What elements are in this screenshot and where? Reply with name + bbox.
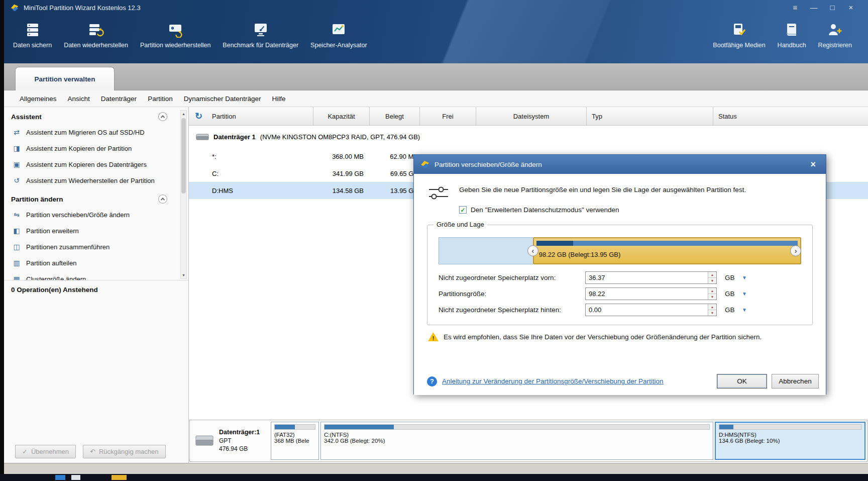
privacy-mode-checkbox[interactable]: ✓ <box>459 206 467 214</box>
column-belegt[interactable]: Belegt <box>370 107 420 125</box>
maximize-button[interactable]: □ <box>826 1 838 14</box>
toolbar-right-group: Bootfähige Medien Handbuch Registrieren <box>707 15 865 63</box>
scroll-down-icon[interactable]: ▼ <box>182 272 185 278</box>
cancel-button[interactable]: Abbrechen <box>772 374 819 389</box>
toolbar-manual-button[interactable]: Handbuch <box>772 15 812 63</box>
privacy-mode-label: Den "Erweiterten Datenschutzmodus" verwe… <box>471 206 619 214</box>
toolbar-space-analyzer-button[interactable]: Speicher-Analysator <box>304 15 373 63</box>
collapse-section-icon[interactable] <box>158 112 167 121</box>
hamburger-menu-icon[interactable]: ≡ <box>789 1 801 14</box>
space-before-input[interactable] <box>586 274 706 281</box>
help-icon[interactable]: ? <box>427 376 437 387</box>
partition-used: 62.90 MB <box>370 153 420 160</box>
sidebar-item-label: Assistent zum Kopieren der Partition <box>26 145 132 152</box>
menu-hilfe[interactable]: Hilfe <box>266 92 291 105</box>
toolbar-restore-partition-button[interactable]: Partition wiederherstellen <box>134 15 216 63</box>
toolbar-backup-data-button[interactable]: Daten sichern <box>7 15 58 63</box>
partition-size-input[interactable] <box>586 290 706 298</box>
menu-dynamischer-datentraeger[interactable]: Dynamischer Datenträger <box>178 92 267 105</box>
disk-map: Datenträger:1 GPT 476.94 GB (FAT32) 368 … <box>189 420 867 462</box>
sidebar-item-restore-partition[interactable]: ↺ Assistent zum Wiederherstellen der Par… <box>4 172 188 188</box>
dialog-close-icon[interactable]: × <box>806 159 820 170</box>
sidebar-item-cluster-size[interactable]: ▦ Clustergröße ändern <box>4 271 188 280</box>
sidebar-item-label: Assistent zum Wiederherstellen der Parti… <box>26 177 155 184</box>
column-typ[interactable]: Typ <box>587 107 713 125</box>
unallocated-before-block[interactable] <box>439 237 533 264</box>
sidebar-item-migrate-os[interactable]: ⇄ Assistent zum Migrieren OS auf SSD/HD <box>4 124 188 140</box>
ok-button[interactable]: OK <box>717 374 767 389</box>
sidebar-item-move-resize[interactable]: ⇋ Partition verschieben/Größe ändern <box>4 207 188 223</box>
sidebar-item-copy-partition[interactable]: ◨ Assistent zum Kopieren der Partition <box>4 140 188 156</box>
spin-down-icon[interactable]: ▼ <box>708 277 716 283</box>
merge-partitions-icon: ◫ <box>12 243 21 251</box>
taskbar-app-icon <box>112 475 127 480</box>
taskbar-app-icon <box>55 475 65 480</box>
spin-up-icon[interactable]: ▲ <box>708 304 716 310</box>
toolbar-label: Daten sichern <box>13 42 52 49</box>
diskmap-partition-c[interactable]: C:(NTFS) 342.0 GB (Belegt: 20%) <box>320 422 713 460</box>
column-frei[interactable]: Frei <box>420 107 476 125</box>
menu-datentraeger[interactable]: Datenträger <box>95 92 142 105</box>
unit-dropdown-icon[interactable]: ▼ <box>742 291 747 297</box>
partition-used: 69.65 GB <box>370 170 420 177</box>
menu-allgemeines[interactable]: Allgemeines <box>14 92 62 105</box>
menu-partition[interactable]: Partition <box>142 92 178 105</box>
diskmap-partition-fat32[interactable]: (FAT32) 368 MB (Bele <box>271 422 319 460</box>
undo-button[interactable]: ↶ Rückgängig machen <box>83 445 165 458</box>
spin-down-icon[interactable]: ▼ <box>708 310 716 316</box>
help-link[interactable]: Anleitung zur Veränderung der Partitions… <box>442 377 664 385</box>
tab-partition-verwalten[interactable]: Partition verwalten <box>15 67 115 90</box>
sidebar-item-split[interactable]: ▥ Partition aufteilen <box>4 255 188 271</box>
disk-group-row[interactable]: Datenträger 1 (NVMe KINGSTON OM8PCP3 RAI… <box>189 126 868 148</box>
sidebar-item-extend[interactable]: ◧ Partition erweitern <box>4 223 188 239</box>
sidebar-action-list: Assistent ⇄ Assistent zum Migrieren OS a… <box>4 107 188 280</box>
toolbar-label: Speicher-Analysator <box>310 42 367 49</box>
column-kapazitaet[interactable]: Kapazität <box>313 107 370 125</box>
move-resize-dialog: Partition verschieben/Größe ändern × Geb… <box>413 154 826 395</box>
apply-button[interactable]: ✓ Übernehmen <box>15 445 76 458</box>
close-button[interactable]: × <box>845 1 857 14</box>
menu-ansicht[interactable]: Ansicht <box>62 92 95 105</box>
column-dateisystem[interactable]: Dateisystem <box>476 107 587 125</box>
disk-drive-icon <box>195 434 214 448</box>
warning-text: Es wird empfohlen, dass Sie Ihre Daten v… <box>444 333 762 341</box>
scroll-up-icon[interactable]: ▲ <box>182 111 185 117</box>
sidebar-scrollbar[interactable]: ▲ ▼ <box>180 110 187 279</box>
minimize-button[interactable]: — <box>808 1 820 14</box>
spin-up-icon[interactable]: ▲ <box>708 288 716 294</box>
toolbar-register-button[interactable]: Registrieren <box>812 15 858 63</box>
space-after-input[interactable] <box>586 306 706 314</box>
unit-label: GB <box>725 290 740 298</box>
toolbar-benchmark-button[interactable]: Benchmark für Datenträger <box>216 15 304 63</box>
taskbar-app-icon <box>71 475 80 480</box>
sidebar-item-merge[interactable]: ◫ Partitionen zusammenführen <box>4 239 188 255</box>
column-partition[interactable]: Partition <box>189 107 313 125</box>
disk-map-partitions: (FAT32) 368 MB (Bele C:(NTFS) 342.0 GB (… <box>269 420 867 461</box>
toolbar-label: Bootfähige Medien <box>713 42 765 49</box>
slider-right-handle[interactable]: › <box>790 245 801 256</box>
partition-block[interactable]: 98.22 GB (Belegt:13.95 GB) <box>533 237 801 264</box>
unit-dropdown-icon[interactable]: ▼ <box>742 307 747 313</box>
diskmap-partition-d-selected[interactable]: D:HMS(NTFS) 134.6 GB (Belegt: 10%) <box>715 422 865 460</box>
slider-left-handle[interactable]: ‹ <box>527 245 538 256</box>
sidebar-item-label: Assistent zum Migrieren OS auf SSD/HD <box>26 129 145 136</box>
sidebar-item-copy-disk[interactable]: ▣ Assistent zum Kopieren des Datenträger… <box>4 156 188 172</box>
benchmark-icon <box>253 22 269 38</box>
toolbar-left-group: Daten sichern Daten wiederherstellen Par… <box>7 15 373 63</box>
unit-dropdown-icon[interactable]: ▼ <box>742 275 747 280</box>
partition-used: 13.95 GB <box>370 187 420 195</box>
partition-size-field-label: Partitionsgröße: <box>439 290 585 298</box>
size-location-group: Größe und Lage 98.22 GB (Belegt:13.95 GB… <box>427 225 813 325</box>
toolbar-restore-data-button[interactable]: Daten wiederherstellen <box>58 15 134 63</box>
disk-map-size: 476.94 GB <box>219 445 260 453</box>
scrollbar-thumb[interactable] <box>181 118 186 194</box>
spin-down-icon[interactable]: ▼ <box>708 294 716 300</box>
collapse-section-icon[interactable] <box>158 195 167 204</box>
toolbar-bootable-media-button[interactable]: Bootfähige Medien <box>707 15 771 63</box>
refresh-icon[interactable]: ↻ <box>195 111 202 122</box>
spin-up-icon[interactable]: ▲ <box>708 272 716 277</box>
migrate-os-icon: ⇄ <box>12 128 21 136</box>
space-after-field: ▲ ▼ <box>585 304 717 316</box>
column-status[interactable]: Status <box>713 107 868 125</box>
app-title: MiniTool Partition Wizard Kostenlos 12.3 <box>24 4 141 12</box>
